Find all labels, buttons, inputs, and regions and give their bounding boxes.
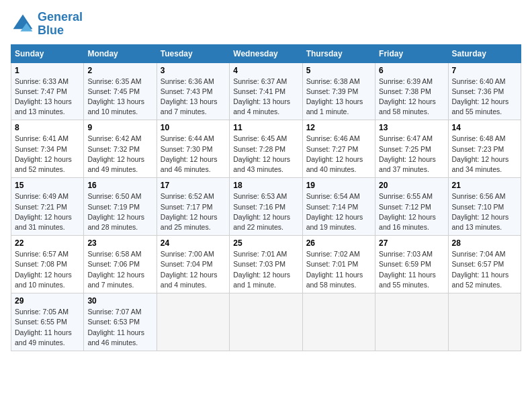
- calendar-cell: 11 Sunrise: 6:45 AM Sunset: 7:28 PM Dayl…: [230, 120, 302, 178]
- day-number: 29: [15, 296, 80, 306]
- day-info: Sunrise: 6:33 AM Sunset: 7:47 PM Dayligh…: [15, 77, 80, 118]
- calendar-cell: 13 Sunrise: 6:47 AM Sunset: 7:25 PM Dayl…: [375, 120, 448, 178]
- col-header-friday: Friday: [375, 44, 448, 62]
- day-number: 12: [306, 123, 371, 132]
- day-number: 6: [379, 66, 444, 75]
- day-number: 3: [161, 66, 226, 75]
- calendar-cell: [157, 293, 229, 351]
- col-header-saturday: Saturday: [448, 44, 521, 62]
- col-header-tuesday: Tuesday: [157, 44, 229, 62]
- day-info: Sunrise: 7:05 AM Sunset: 6:55 PM Dayligh…: [15, 307, 80, 348]
- day-info: Sunrise: 6:38 AM Sunset: 7:39 PM Dayligh…: [306, 77, 371, 118]
- calendar-cell: [448, 293, 521, 351]
- day-number: 27: [379, 238, 444, 248]
- day-number: 30: [87, 296, 152, 306]
- calendar-cell: 2 Sunrise: 6:35 AM Sunset: 7:45 PM Dayli…: [84, 62, 157, 120]
- day-info: Sunrise: 6:53 AM Sunset: 7:16 PM Dayligh…: [233, 191, 298, 232]
- calendar-cell: 25 Sunrise: 7:01 AM Sunset: 7:03 PM Dayl…: [230, 236, 302, 293]
- day-info: Sunrise: 6:54 AM Sunset: 7:14 PM Dayligh…: [306, 191, 371, 232]
- calendar-cell: 24 Sunrise: 7:00 AM Sunset: 7:04 PM Dayl…: [157, 236, 229, 293]
- day-info: Sunrise: 6:37 AM Sunset: 7:41 PM Dayligh…: [233, 77, 298, 118]
- calendar-cell: 19 Sunrise: 6:54 AM Sunset: 7:14 PM Dayl…: [302, 178, 375, 236]
- day-info: Sunrise: 6:35 AM Sunset: 7:45 PM Dayligh…: [87, 77, 152, 118]
- day-number: 19: [306, 181, 371, 190]
- calendar-cell: 10 Sunrise: 6:44 AM Sunset: 7:30 PM Dayl…: [157, 120, 229, 178]
- col-header-monday: Monday: [84, 44, 157, 62]
- calendar-cell: [230, 293, 302, 351]
- calendar-cell: 6 Sunrise: 6:39 AM Sunset: 7:38 PM Dayli…: [375, 62, 448, 120]
- day-info: Sunrise: 6:48 AM Sunset: 7:23 PM Dayligh…: [452, 134, 517, 175]
- day-info: Sunrise: 6:46 AM Sunset: 7:27 PM Dayligh…: [306, 134, 371, 175]
- day-info: Sunrise: 6:52 AM Sunset: 7:17 PM Dayligh…: [161, 191, 226, 232]
- calendar-cell: 5 Sunrise: 6:38 AM Sunset: 7:39 PM Dayli…: [302, 62, 375, 120]
- day-info: Sunrise: 6:55 AM Sunset: 7:12 PM Dayligh…: [379, 191, 444, 232]
- calendar-cell: 17 Sunrise: 6:52 AM Sunset: 7:17 PM Dayl…: [157, 178, 229, 236]
- calendar-cell: [302, 293, 375, 351]
- day-number: 17: [161, 181, 226, 190]
- calendar-week-3: 15 Sunrise: 6:49 AM Sunset: 7:21 PM Dayl…: [11, 178, 521, 236]
- day-number: 25: [233, 238, 298, 248]
- day-number: 18: [233, 181, 298, 190]
- day-number: 2: [87, 66, 152, 75]
- day-info: Sunrise: 6:40 AM Sunset: 7:36 PM Dayligh…: [452, 77, 517, 118]
- day-number: 13: [379, 123, 444, 132]
- logo-text: General Blue: [38, 11, 83, 38]
- calendar-table: SundayMondayTuesdayWednesdayThursdayFrid…: [11, 44, 521, 351]
- calendar-cell: 3 Sunrise: 6:36 AM Sunset: 7:43 PM Dayli…: [157, 62, 229, 120]
- day-info: Sunrise: 6:56 AM Sunset: 7:10 PM Dayligh…: [452, 191, 517, 232]
- calendar-cell: 4 Sunrise: 6:37 AM Sunset: 7:41 PM Dayli…: [230, 62, 302, 120]
- day-info: Sunrise: 6:58 AM Sunset: 7:06 PM Dayligh…: [87, 249, 152, 290]
- day-number: 1: [15, 66, 80, 75]
- calendar-cell: 26 Sunrise: 7:02 AM Sunset: 7:01 PM Dayl…: [302, 236, 375, 293]
- calendar-cell: 8 Sunrise: 6:41 AM Sunset: 7:34 PM Dayli…: [11, 120, 84, 178]
- day-info: Sunrise: 7:01 AM Sunset: 7:03 PM Dayligh…: [233, 249, 298, 290]
- day-info: Sunrise: 6:36 AM Sunset: 7:43 PM Dayligh…: [161, 77, 226, 118]
- calendar-cell: [375, 293, 448, 351]
- calendar-cell: 1 Sunrise: 6:33 AM Sunset: 7:47 PM Dayli…: [11, 62, 84, 120]
- calendar-cell: 9 Sunrise: 6:42 AM Sunset: 7:32 PM Dayli…: [84, 120, 157, 178]
- calendar-week-4: 22 Sunrise: 6:57 AM Sunset: 7:08 PM Dayl…: [11, 236, 521, 293]
- day-info: Sunrise: 6:41 AM Sunset: 7:34 PM Dayligh…: [15, 134, 80, 175]
- day-number: 8: [15, 123, 80, 132]
- day-number: 16: [87, 181, 152, 190]
- day-info: Sunrise: 6:47 AM Sunset: 7:25 PM Dayligh…: [379, 134, 444, 175]
- day-number: 22: [15, 238, 80, 248]
- calendar-cell: 30 Sunrise: 7:07 AM Sunset: 6:53 PM Dayl…: [84, 293, 157, 351]
- day-number: 21: [452, 181, 517, 190]
- day-number: 20: [379, 181, 444, 190]
- logo-icon: [11, 12, 35, 36]
- day-info: Sunrise: 6:49 AM Sunset: 7:21 PM Dayligh…: [15, 191, 80, 232]
- day-info: Sunrise: 6:50 AM Sunset: 7:19 PM Dayligh…: [87, 191, 152, 232]
- calendar-cell: 29 Sunrise: 7:05 AM Sunset: 6:55 PM Dayl…: [11, 293, 84, 351]
- calendar-cell: 27 Sunrise: 7:03 AM Sunset: 6:59 PM Dayl…: [375, 236, 448, 293]
- calendar-week-2: 8 Sunrise: 6:41 AM Sunset: 7:34 PM Dayli…: [11, 120, 521, 178]
- day-number: 23: [87, 238, 152, 248]
- calendar-week-1: 1 Sunrise: 6:33 AM Sunset: 7:47 PM Dayli…: [11, 62, 521, 120]
- day-number: 28: [452, 238, 517, 248]
- day-info: Sunrise: 6:44 AM Sunset: 7:30 PM Dayligh…: [161, 134, 226, 175]
- calendar-cell: 18 Sunrise: 6:53 AM Sunset: 7:16 PM Dayl…: [230, 178, 302, 236]
- day-number: 4: [233, 66, 298, 75]
- day-info: Sunrise: 7:03 AM Sunset: 6:59 PM Dayligh…: [379, 249, 444, 290]
- col-header-thursday: Thursday: [302, 44, 375, 62]
- calendar-cell: 28 Sunrise: 7:04 AM Sunset: 6:57 PM Dayl…: [448, 236, 521, 293]
- calendar-cell: 12 Sunrise: 6:46 AM Sunset: 7:27 PM Dayl…: [302, 120, 375, 178]
- col-header-wednesday: Wednesday: [230, 44, 302, 62]
- day-info: Sunrise: 7:00 AM Sunset: 7:04 PM Dayligh…: [161, 249, 226, 290]
- day-number: 5: [306, 66, 371, 75]
- calendar-cell: 16 Sunrise: 6:50 AM Sunset: 7:19 PM Dayl…: [84, 178, 157, 236]
- calendar-cell: 15 Sunrise: 6:49 AM Sunset: 7:21 PM Dayl…: [11, 178, 84, 236]
- svg-marker-0: [13, 14, 33, 29]
- calendar-cell: 23 Sunrise: 6:58 AM Sunset: 7:06 PM Dayl…: [84, 236, 157, 293]
- page-header: General Blue: [11, 11, 521, 38]
- day-info: Sunrise: 7:07 AM Sunset: 6:53 PM Dayligh…: [87, 307, 152, 348]
- day-number: 14: [452, 123, 517, 132]
- day-info: Sunrise: 6:57 AM Sunset: 7:08 PM Dayligh…: [15, 249, 80, 290]
- day-info: Sunrise: 6:45 AM Sunset: 7:28 PM Dayligh…: [233, 134, 298, 175]
- day-info: Sunrise: 7:04 AM Sunset: 6:57 PM Dayligh…: [452, 249, 517, 290]
- day-info: Sunrise: 6:39 AM Sunset: 7:38 PM Dayligh…: [379, 77, 444, 118]
- day-info: Sunrise: 7:02 AM Sunset: 7:01 PM Dayligh…: [306, 249, 371, 290]
- calendar-cell: 20 Sunrise: 6:55 AM Sunset: 7:12 PM Dayl…: [375, 178, 448, 236]
- day-info: Sunrise: 6:42 AM Sunset: 7:32 PM Dayligh…: [87, 134, 152, 175]
- calendar-cell: 7 Sunrise: 6:40 AM Sunset: 7:36 PM Dayli…: [448, 62, 521, 120]
